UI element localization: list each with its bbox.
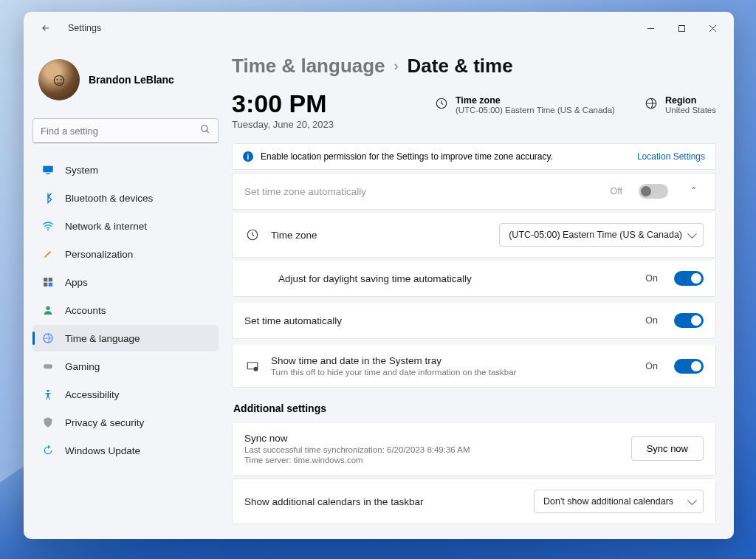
globe-icon (645, 97, 658, 110)
row-additional-calendars: Show additional calendars in the taskbar… (233, 479, 715, 524)
row-subtitle: Turn this off to hide your time and date… (271, 368, 516, 377)
row-auto-time: Set time automatically On (232, 303, 716, 339)
info-text: Enable location permission for the Setti… (261, 151, 553, 162)
sidebar-item-label: Privacy & security (65, 417, 144, 428)
chevron-up-icon[interactable]: ˄ (683, 185, 704, 197)
breadcrumb-current: Date & time (408, 55, 513, 78)
location-settings-link[interactable]: Location Settings (637, 151, 705, 162)
sidebar-item-label: Personalization (65, 249, 133, 260)
sidebar-item-label: Accessibility (65, 389, 120, 400)
gamepad-icon (41, 360, 55, 373)
sync-now-button[interactable]: Sync now (631, 436, 704, 461)
search-icon (200, 124, 210, 137)
person-icon (41, 303, 55, 317)
svg-point-2 (202, 126, 207, 131)
search-input[interactable] (41, 126, 200, 137)
main-content: Time & language › Date & time 3:00 PM Tu… (227, 44, 734, 539)
svg-point-6 (47, 229, 49, 230)
info-banner: i Enable location permission for the Set… (232, 143, 716, 170)
sidebar-item-accessibility[interactable]: Accessibility (32, 381, 219, 408)
close-button[interactable] (697, 16, 728, 40)
minimize-button[interactable] (635, 16, 666, 40)
toggle-state-label: On (645, 315, 658, 326)
row-auto-timezone[interactable]: Set time zone automatically Off ˄ (232, 173, 716, 210)
sidebar-item-time-language[interactable]: Time & language (32, 325, 219, 351)
breadcrumb-parent[interactable]: Time & language (232, 55, 385, 78)
row-label: Set time automatically (244, 315, 342, 326)
app-title: Settings (68, 23, 101, 33)
toggle-systray-time[interactable] (674, 359, 704, 374)
svg-rect-8 (49, 278, 52, 281)
sidebar-item-label: Network & internet (65, 221, 147, 232)
globe-clock-icon (41, 332, 55, 345)
svg-rect-10 (49, 283, 52, 287)
svg-point-11 (46, 306, 49, 310)
summary: 3:00 PM Tuesday, June 20, 2023 Time zone… (232, 91, 716, 130)
info-icon: i (243, 151, 253, 162)
svg-rect-1 (678, 25, 684, 31)
sync-last: Last successful time synchronization: 6/… (244, 445, 470, 454)
toggle-auto-time[interactable] (674, 313, 704, 328)
user-block[interactable]: ☺ Brandon LeBlanc (32, 53, 219, 114)
chevron-right-icon: › (394, 58, 399, 74)
breadcrumb: Time & language › Date & time (232, 55, 716, 78)
sidebar-item-bluetooth[interactable]: Bluetooth & devices (32, 185, 219, 211)
svg-rect-7 (44, 278, 47, 281)
sidebar-item-label: System (65, 165, 98, 176)
svg-point-14 (47, 390, 49, 392)
svg-line-3 (207, 131, 209, 133)
svg-rect-5 (46, 174, 49, 174)
svg-rect-13 (44, 364, 52, 368)
taskbar-icon (244, 360, 261, 373)
maximize-button[interactable] (666, 16, 697, 40)
current-date: Tuesday, June 20, 2023 (232, 119, 334, 130)
avatar: ☺ (38, 59, 80, 100)
update-icon (41, 444, 55, 457)
timezone-select[interactable]: (UTC-05:00) Eastern Time (US & Canada) (499, 223, 704, 247)
svg-rect-4 (43, 166, 52, 173)
row-systray-time: Show time and date in the System tray Tu… (232, 345, 716, 388)
sidebar: ☺ Brandon LeBlanc System Bluetooth & (24, 44, 227, 539)
sidebar-item-system[interactable]: System (32, 157, 219, 183)
additional-calendars-select[interactable]: Don't show additional calendars (534, 490, 704, 513)
sidebar-item-label: Gaming (65, 361, 100, 372)
toggle-state-label: On (645, 361, 658, 371)
timezone-label: Time zone (456, 95, 615, 106)
row-label: Show additional calendars in the taskbar (244, 496, 423, 507)
sidebar-item-windows-update[interactable]: Windows Update (32, 437, 219, 464)
sidebar-item-apps[interactable]: Apps (32, 269, 219, 295)
toggle-dst[interactable] (674, 271, 704, 286)
current-time: 3:00 PM (232, 91, 334, 116)
shield-icon (41, 416, 55, 429)
nav: System Bluetooth & devices Network & int… (32, 157, 219, 464)
svg-point-19 (254, 366, 258, 371)
toggle-state-label: On (645, 273, 658, 284)
accessibility-icon (41, 388, 55, 401)
settings-window: Settings ☺ Brandon LeBlanc (24, 12, 734, 539)
svg-rect-9 (44, 283, 47, 287)
sidebar-item-label: Apps (65, 277, 88, 288)
back-button[interactable] (35, 18, 56, 38)
sync-server: Time server: time.windows.com (244, 456, 470, 464)
sidebar-item-network[interactable]: Network & internet (32, 213, 219, 239)
row-sync-now: Sync now Last successful time synchroniz… (233, 422, 715, 475)
search-box[interactable] (32, 118, 219, 143)
sidebar-item-gaming[interactable]: Gaming (32, 353, 219, 380)
sidebar-item-personalization[interactable]: Personalization (32, 241, 219, 267)
sidebar-item-accounts[interactable]: Accounts (32, 297, 219, 323)
timezone-icon (244, 228, 261, 241)
row-timezone: Time zone (UTC-05:00) Eastern Time (US &… (232, 213, 716, 258)
titlebar: Settings (24, 12, 734, 44)
row-label: Adjust for daylight saving time automati… (278, 273, 472, 284)
apps-icon (41, 275, 55, 289)
row-label: Time zone (271, 230, 317, 241)
row-dst: Adjust for daylight saving time automati… (232, 261, 716, 297)
wifi-icon (41, 219, 55, 233)
sidebar-item-privacy[interactable]: Privacy & security (32, 409, 219, 436)
sidebar-item-label: Windows Update (65, 445, 140, 456)
brush-icon (41, 247, 55, 261)
toggle-auto-timezone[interactable] (639, 184, 668, 199)
toggle-state-label: Off (611, 186, 622, 196)
sidebar-item-label: Time & language (65, 333, 140, 344)
additional-settings-title: Additional settings (233, 402, 716, 414)
